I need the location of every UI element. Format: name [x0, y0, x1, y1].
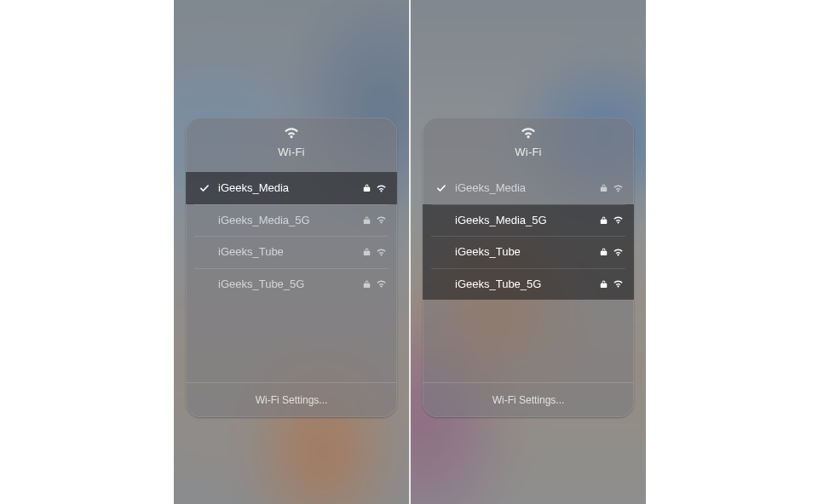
wifi-signal-icon [613, 248, 624, 256]
checkmark-icon [196, 183, 213, 193]
network-indicators [600, 279, 624, 289]
stage: Wi-Fi iGeeks_Media iGeeks_Media_5G [0, 0, 818, 504]
network-indicators [363, 247, 387, 256]
lock-icon [363, 247, 371, 256]
network-name: iGeeks_Tube_5G [213, 278, 363, 290]
network-row-igeeks-media-5g[interactable]: iGeeks_Media_5G [423, 204, 634, 237]
screenshot-right: Wi-Fi iGeeks_Media iGeeks_Media_5G [411, 0, 646, 504]
lock-icon [363, 215, 371, 225]
network-name: iGeeks_Media_5G [213, 214, 363, 226]
screenshot-left: Wi-Fi iGeeks_Media iGeeks_Media_5G [174, 0, 409, 504]
network-name: iGeeks_Tube [450, 245, 600, 258]
network-name: iGeeks_Media [450, 181, 600, 194]
wifi-panel: Wi-Fi iGeeks_Media iGeeks_Media_5G [186, 117, 397, 417]
wifi-signal-icon [376, 279, 387, 288]
lock-icon [600, 247, 608, 256]
network-name: iGeeks_Media_5G [450, 214, 600, 226]
wifi-signal-icon [376, 215, 387, 224]
wifi-signal-icon [376, 184, 387, 192]
network-row-igeeks-media-5g[interactable]: iGeeks_Media_5G [186, 204, 397, 237]
network-indicators [600, 215, 624, 225]
network-name: iGeeks_Media [213, 181, 363, 194]
lock-icon [363, 279, 371, 289]
network-row-igeeks-tube[interactable]: iGeeks_Tube [423, 236, 634, 268]
wifi-signal-icon [613, 215, 624, 224]
network-row-igeeks-media[interactable]: iGeeks_Media [423, 172, 634, 204]
lock-icon [600, 215, 608, 225]
network-list: iGeeks_Media iGeeks_Media_5G [186, 172, 397, 300]
wifi-settings-label: Wi-Fi Settings... [493, 394, 565, 406]
network-row-igeeks-tube-5g[interactable]: iGeeks_Tube_5G [423, 268, 634, 301]
panel-title: Wi-Fi [186, 146, 397, 158]
network-name: iGeeks_Tube [213, 245, 363, 258]
wifi-panel: Wi-Fi iGeeks_Media iGeeks_Media_5G [423, 117, 634, 417]
network-row-igeeks-tube[interactable]: iGeeks_Tube [186, 236, 397, 268]
network-indicators [363, 279, 387, 289]
wifi-signal-icon [613, 184, 624, 192]
network-row-igeeks-media[interactable]: iGeeks_Media [186, 172, 397, 204]
checkmark-icon [433, 183, 450, 193]
network-indicators [363, 183, 387, 192]
wifi-icon [520, 126, 537, 139]
wifi-signal-icon [613, 279, 624, 288]
wifi-settings-button[interactable]: Wi-Fi Settings... [423, 382, 634, 417]
network-row-igeeks-tube-5g[interactable]: iGeeks_Tube_5G [186, 268, 397, 301]
lock-icon [600, 279, 608, 289]
lock-icon [363, 183, 371, 192]
network-list: iGeeks_Media iGeeks_Media_5G [423, 172, 634, 300]
panel-title: Wi-Fi [423, 146, 634, 158]
margin-left [0, 0, 174, 504]
margin-right [646, 0, 815, 504]
network-name: iGeeks_Tube_5G [450, 278, 600, 290]
network-indicators [363, 215, 387, 225]
network-indicators [600, 183, 624, 192]
wifi-signal-icon [376, 248, 387, 256]
network-indicators [600, 247, 624, 256]
lock-icon [600, 183, 608, 192]
panel-header: Wi-Fi [186, 117, 397, 158]
panel-header: Wi-Fi [423, 117, 634, 158]
wifi-icon [283, 126, 300, 139]
wifi-settings-label: Wi-Fi Settings... [256, 394, 328, 406]
wifi-settings-button[interactable]: Wi-Fi Settings... [186, 382, 397, 417]
